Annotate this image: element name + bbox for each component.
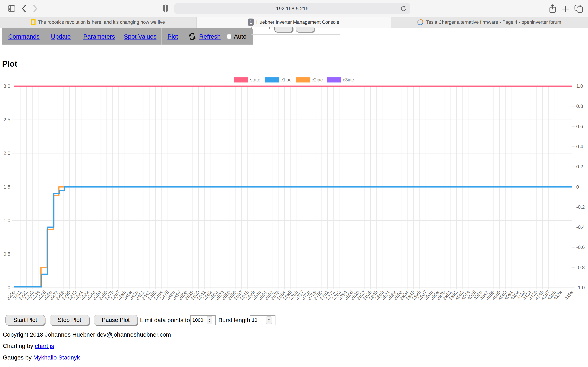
burst-length-field: ▲▼	[250, 315, 276, 325]
svg-text:1.5: 1.5	[3, 184, 10, 190]
limit-data-points-field: ▲▼	[190, 315, 216, 325]
screen: 192.168.5.216 The robotics revolution is…	[0, 0, 588, 367]
limit-data-points-label: Limit data points to:	[140, 317, 192, 324]
svg-text:2.0: 2.0	[3, 150, 10, 156]
pause-plot-button[interactable]: Pause Plot	[94, 315, 138, 325]
svg-text:-0.6: -0.6	[576, 244, 585, 250]
copyright-text: Copyright 2018 Johannes Huebner dev@joha…	[3, 331, 171, 338]
start-plot-button[interactable]: Start Plot	[5, 315, 45, 325]
svg-text:0: 0	[8, 285, 10, 290]
svg-text:4199: 4199	[563, 290, 574, 301]
stop-plot-button[interactable]: Stop Plot	[50, 315, 89, 325]
svg-text:0.2: 0.2	[576, 164, 583, 169]
burst-stepper[interactable]: ▲▼	[266, 316, 272, 324]
gauges-author-link[interactable]: Mykhailo Stadnyk	[33, 354, 80, 361]
svg-text:0.6: 0.6	[576, 124, 583, 129]
svg-text:0: 0	[576, 184, 579, 190]
charting-credit: Charting by chart.js	[3, 342, 54, 349]
svg-text:0.5: 0.5	[3, 251, 10, 257]
svg-text:0.4: 0.4	[576, 144, 583, 149]
svg-text:-0.4: -0.4	[576, 224, 585, 230]
chartjs-link[interactable]: chart.js	[35, 342, 54, 349]
svg-text:3.0: 3.0	[3, 83, 10, 89]
svg-text:-1.0: -1.0	[576, 285, 585, 290]
burst-length-input[interactable]	[250, 317, 266, 323]
svg-text:-0.8: -0.8	[576, 265, 585, 270]
svg-text:2.5: 2.5	[3, 117, 10, 122]
svg-text:1.0: 1.0	[576, 83, 583, 89]
plot-canvas: 3200321132223233324432553266327732883299…	[0, 0, 588, 367]
plot-controls: Start Plot Stop Plot Pause Plot Limit da…	[0, 314, 588, 326]
svg-text:1.0: 1.0	[3, 218, 10, 223]
burst-length-label: Burst length:	[218, 317, 252, 324]
svg-text:-0.2: -0.2	[576, 204, 585, 210]
svg-text:0.8: 0.8	[576, 103, 583, 109]
limit-data-points-input[interactable]	[190, 317, 207, 323]
gauges-credit: Gauges by Mykhailo Stadnyk	[3, 354, 80, 361]
limit-stepper[interactable]: ▲▼	[207, 316, 212, 324]
